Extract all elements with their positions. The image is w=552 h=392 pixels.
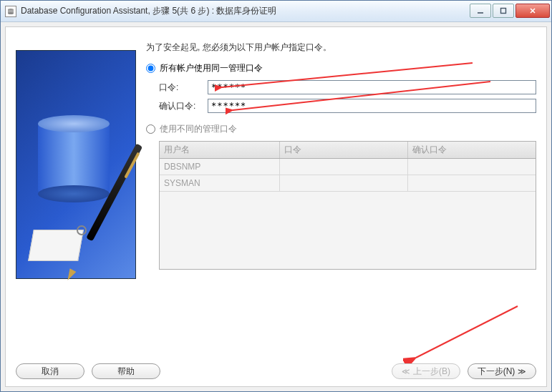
window-title: Database Configuration Assistant, 步骤 5(共… [21,5,276,17]
cell-confirm [408,175,536,191]
cell-user: SYSMAN [160,175,280,191]
confirm-row: 确认口令: [159,99,536,113]
cell-pass [280,175,408,191]
cell-confirm [408,159,536,175]
back-button[interactable]: ≪ 上一步(B) [392,363,460,379]
table-header: 用户名 口令 确认口令 [160,142,536,159]
titlebar: Database Configuration Assistant, 步骤 5(共… [1,1,551,22]
back-button-label: 上一步(B) [413,366,450,378]
app-window: Database Configuration Assistant, 步骤 5(共… [0,0,552,392]
cancel-button-label: 取消 [42,366,59,378]
table-body: DBSNMP SYSMAN [160,159,536,192]
minimize-button[interactable] [470,4,491,18]
app-icon [5,6,16,17]
cell-pass [280,159,408,175]
radio-same-password-label: 所有帐户使用同一管理口令 [160,62,263,74]
button-bar: 取消 帮助 ≪ 上一步(B) 下一步(N) ≫ [16,363,536,379]
window-controls [468,4,550,19]
col-username: 用户名 [160,142,280,158]
password-label: 口令: [159,82,208,94]
chevron-left-icon: ≪ [402,367,410,376]
instruction-text: 为了安全起见, 您必须为以下用户帐户指定口令。 [146,41,536,54]
radio-same-password-input[interactable] [146,64,155,73]
radio-diff-password-input[interactable] [146,124,155,134]
table-row: SYSMAN [160,175,536,192]
next-button-label: 下一步(N) [478,366,515,378]
col-confirm: 确认口令 [408,142,536,158]
right-buttons: ≪ 上一步(B) 下一步(N) ≫ [392,363,536,379]
tag-icon [31,230,88,265]
maximize-button[interactable] [493,4,514,18]
password-input[interactable] [208,80,536,94]
radio-diff-password[interactable]: 使用不同的管理口令 [146,123,536,135]
svg-line-12 [416,306,518,358]
confirm-label: 确认口令: [159,100,208,112]
radio-same-password[interactable]: 所有帐户使用同一管理口令 [146,62,536,74]
next-button[interactable]: 下一步(N) ≫ [468,363,536,379]
wizard-side-image [16,50,136,279]
help-button[interactable]: 帮助 [92,363,160,379]
table-row: DBSNMP [160,159,536,175]
radio-diff-password-label: 使用不同的管理口令 [160,123,237,135]
svg-point-2 [8,12,14,14]
client-area: 为了安全起见, 您必须为以下用户帐户指定口令。 所有帐户使用同一管理口令 口令:… [5,26,547,387]
col-password: 口令 [280,142,408,158]
confirm-input[interactable] [208,99,536,113]
cancel-button[interactable]: 取消 [16,363,84,379]
close-button[interactable] [515,4,550,18]
annotation-arrow-3 [403,302,525,366]
left-buttons: 取消 帮助 [16,363,160,379]
form-content: 为了安全起见, 您必须为以下用户帐户指定口令。 所有帐户使用同一管理口令 口令:… [136,34,536,279]
help-button-label: 帮助 [117,366,135,378]
chevron-right-icon: ≫ [518,367,526,376]
top-row: 为了安全起见, 您必须为以下用户帐户指定口令。 所有帐户使用同一管理口令 口令:… [16,34,536,279]
password-row: 口令: [159,80,536,94]
svg-rect-4 [501,8,506,13]
users-table: 用户名 口令 确认口令 DBSNMP SYSMAN [159,141,536,270]
cell-user: DBSNMP [160,159,280,175]
titlebar-left: Database Configuration Assistant, 步骤 5(共… [5,5,276,17]
